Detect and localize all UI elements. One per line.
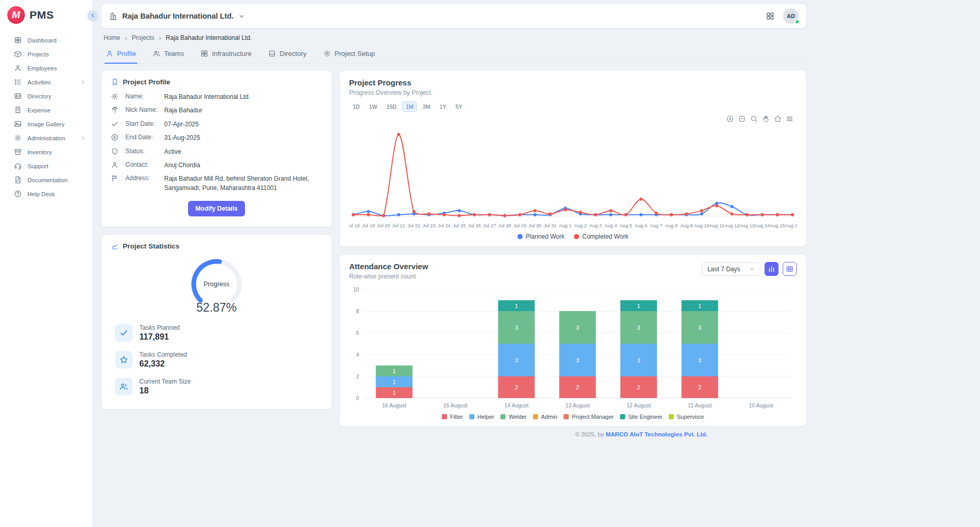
footer: © 2025, by MARCO AIoT Technologies Pvt. … (340, 431, 806, 437)
check-icon (111, 120, 119, 128)
legend-item-welder[interactable]: Welder (500, 414, 527, 420)
stat-item-tasks-planned: Tasks Planned 117,891 (111, 324, 322, 342)
sidebar-collapse-button[interactable] (88, 10, 97, 20)
sidebar-item-dashboard[interactable]: Dashboard (0, 33, 92, 47)
attendance-controls: Last 7 Days (702, 262, 797, 276)
range-15d-button[interactable]: 15D (383, 101, 400, 112)
sidebar-item-expense[interactable]: Expense (0, 103, 92, 117)
sidebar-item-label: Image Gallery (27, 121, 65, 127)
sidebar-item-inventory[interactable]: Inventory (0, 145, 92, 159)
range-1d-button[interactable]: 1D (349, 101, 363, 112)
zoom-in-icon[interactable] (726, 115, 734, 123)
tab-project-setup[interactable]: Project Setup (322, 46, 376, 64)
svg-text:3: 3 (515, 325, 518, 331)
svg-text:Aug 6: Aug 6 (635, 223, 647, 228)
breadcrumb-item-projects[interactable]: Projects (132, 34, 154, 41)
footer-link[interactable]: MARCO AIoT Technologies Pvt. Ltd. (606, 431, 708, 437)
modify-details-button[interactable]: Modify Details (188, 201, 244, 216)
legend-item-helper[interactable]: Helper (469, 414, 494, 420)
right-column: Project Progress Progress Overview by Pr… (340, 71, 806, 437)
chart-icon (111, 242, 119, 250)
svg-text:Jul 21: Jul 21 (392, 223, 405, 228)
svg-text:Aug 9: Aug 9 (680, 223, 693, 228)
tab-directory[interactable]: Directory (267, 46, 308, 64)
bar-view-button[interactable] (765, 262, 779, 276)
legend-item-supervisor[interactable]: Supervisor (669, 414, 704, 420)
field-label: Address: (125, 174, 157, 182)
tab-infrastructure[interactable]: Infrastructure (199, 46, 253, 64)
chevron-down-icon (238, 13, 245, 20)
field-label: Name: (125, 93, 157, 100)
selection-zoom-icon[interactable] (750, 115, 758, 123)
sidebar-item-employees[interactable]: Employees (0, 61, 92, 75)
sidebar-item-administration[interactable]: Administration (0, 131, 92, 145)
legend-item-fitter[interactable]: Fitter (442, 414, 463, 420)
svg-text:3: 3 (576, 357, 579, 363)
svg-text:Aug 5: Aug 5 (619, 223, 632, 228)
legend-label: Welder (509, 414, 527, 420)
sidebar-item-directory[interactable]: Directory (0, 89, 92, 103)
legend-item-site-engineer[interactable]: Site Engineer (620, 414, 662, 420)
sidebar-item-help-desk[interactable]: Help Desk (0, 187, 92, 201)
sidebar-item-documentation[interactable]: Documentation (0, 173, 92, 187)
bars-icon (768, 265, 776, 273)
profile-field-end-date: End Date: 31-Aug-2025 (111, 134, 322, 142)
svg-text:2: 2 (698, 384, 701, 390)
legend-label: Planned Work (526, 233, 565, 240)
legend-item-admin[interactable]: Admin (533, 414, 557, 420)
zoom-out-icon[interactable] (738, 115, 746, 123)
card-title-text: Project Profile (123, 78, 170, 86)
table-view-button[interactable] (783, 262, 797, 276)
range-1m-button[interactable]: 1M (402, 101, 417, 112)
breadcrumb-separator: › (125, 35, 127, 41)
range-1y-button[interactable]: 1Y (436, 101, 450, 112)
sidebar-item-image-gallery[interactable]: Image Gallery (0, 117, 92, 131)
legend-label: Project Manager (572, 414, 614, 420)
attendance-chart[interactable]: 024681011116 August15 August233114 Augus… (349, 283, 797, 412)
menu-icon[interactable] (786, 115, 794, 123)
progress-gauge: Progress (111, 257, 322, 307)
date-range-select[interactable]: Last 7 Days (702, 262, 760, 276)
legend-marker (500, 414, 506, 419)
legend-item-completed-work[interactable]: Completed Work (574, 233, 628, 240)
svg-text:6: 6 (356, 330, 359, 336)
user-avatar[interactable]: AD (783, 8, 799, 24)
project-progress-chart[interactable]: Jul 18Jul 19Jul 20Jul 21Jul 22Jul 23Jul … (349, 113, 797, 232)
legend-marker (442, 414, 447, 419)
range-3m-button[interactable]: 3M (419, 101, 434, 112)
range-1w-button[interactable]: 1W (365, 101, 381, 112)
legend-marker (574, 234, 579, 239)
company-selector[interactable]: Raja Bahadur International Ltd. (109, 12, 245, 21)
sidebar: M PMS Dashboard Projects Employees Activ… (0, 0, 92, 527)
pan-icon[interactable] (762, 115, 770, 123)
svg-text:Aug 15: Aug 15 (770, 223, 785, 228)
brand[interactable]: M PMS (0, 0, 92, 31)
tab-label: Directory (280, 50, 307, 57)
tab-profile[interactable]: Profile (105, 46, 137, 64)
stat-list: Tasks Planned 117,891 Tasks Completed 62… (111, 324, 322, 396)
legend-item-planned-work[interactable]: Planned Work (517, 233, 565, 240)
tab-teams[interactable]: Teams (152, 46, 185, 64)
svg-text:Aug 12: Aug 12 (724, 223, 739, 228)
svg-text:16 August: 16 August (382, 402, 407, 408)
svg-text:11 August: 11 August (688, 402, 712, 408)
profile-field-start-date: Start Date: 07-Apr-2025 (111, 120, 322, 129)
sidebar-item-projects[interactable]: Projects (0, 47, 92, 61)
svg-text:2: 2 (637, 384, 640, 390)
legend-item-project-manager[interactable]: Project Manager (564, 414, 614, 420)
dashboard-icon (14, 36, 22, 44)
tab-label: Profile (117, 50, 136, 57)
field-value: Active (164, 148, 322, 156)
sidebar-item-label: Inventory (27, 149, 52, 155)
breadcrumb-item-home[interactable]: Home (104, 34, 120, 41)
home-icon[interactable] (774, 115, 782, 123)
range-5y-button[interactable]: 5Y (452, 101, 466, 112)
company-name: Raja Bahadur International Ltd. (122, 12, 234, 20)
card-title: Project Statistics (111, 242, 322, 250)
svg-text:Aug 7: Aug 7 (650, 223, 662, 228)
sidebar-item-support[interactable]: Support (0, 159, 92, 173)
sidebar-item-label: Expense (27, 107, 51, 113)
apps-grid-icon[interactable] (766, 11, 775, 21)
sidebar-item-activities[interactable]: Activities (0, 75, 92, 89)
svg-text:10: 10 (353, 287, 359, 292)
